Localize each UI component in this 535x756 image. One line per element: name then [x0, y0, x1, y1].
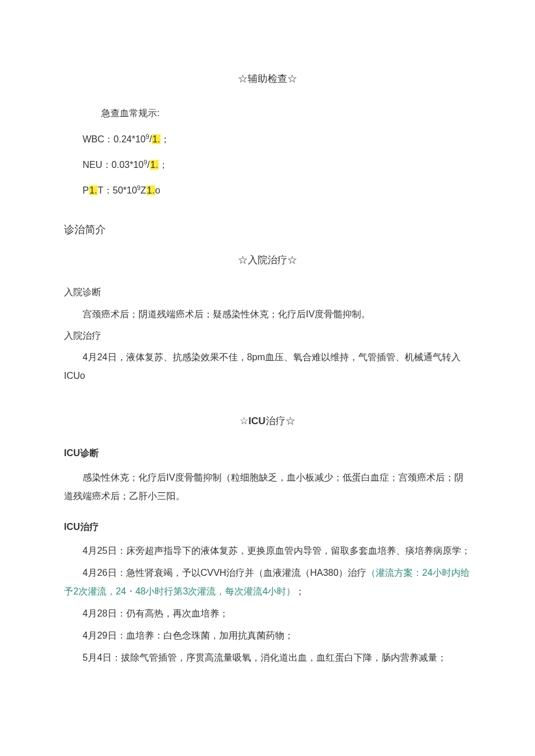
lab-wbc: WBC：0.24*109/1.； [83, 128, 471, 151]
diag-brief-heading: 诊治简介 [64, 220, 471, 239]
lab-neu-hl: 1. [150, 160, 159, 170]
admission-diag-heading: 入院诊断 [64, 284, 471, 301]
lab-wbc-tail: ； [160, 134, 170, 144]
icu-day-5: 5月4日：拔除气管插管，序贯高流量吸氧，消化道出血，血红蛋白下降，肠内营养减量； [64, 648, 471, 667]
icu-day-2: 4月26日：急性肾衰竭，予以CVVH治疗并（血液灌流（HA380）治疗（灌流方案… [64, 564, 471, 601]
aux-exam-title: ☆辅助检查☆ [64, 70, 471, 88]
lab-plt-tail: o [155, 185, 160, 195]
lab-plt-z: Z [141, 185, 147, 195]
lab-wbc-hl: 1. [152, 134, 160, 144]
icu-day-1: 4月25日：床旁超声指导下的液体复苏，更换原血管内导管，留取多套血培养、痰培养病… [64, 542, 471, 560]
icu-title-bold: ICU [248, 415, 265, 427]
lab-neu-label: NEU：0.03*10 [83, 160, 144, 170]
lab-plt-mid: T：50*10 [98, 185, 137, 195]
lab-plt-hl1: 1. [89, 185, 98, 195]
lab-neu: NEU：0.03*109/1.； [83, 154, 471, 176]
icu-title-post: 治疗☆ [266, 415, 295, 427]
aux-exam-intro: 急查血常规示: [83, 102, 471, 124]
icu-day-4: 4月29日：血培养：白色念珠菌，加用抗真菌药物； [64, 626, 471, 645]
lab-plt-pre: P [83, 185, 89, 195]
icu-day-3: 4月28日：仍有高热，再次血培养； [64, 604, 471, 623]
admission-treat-text: 4月24日，液体复苏、抗感染效果不佳，8pm血压、氧合难以维持，气管插管、机械通… [64, 348, 471, 385]
lab-neu-tail: ； [159, 160, 168, 170]
icu-diag-heading: ICU诊断 [64, 445, 471, 462]
admission-diag-text: 宫颈癌术后；阴道残端癌术后；疑感染性休克；化疗后IV度骨髓抑制。 [64, 305, 471, 324]
icu-diag-text: 感染性休克；化疗后IV度骨髓抑制（粒细胞缺乏，血小板减少；低蛋白血症；宫颈癌术后… [64, 468, 471, 506]
icu-day-2-pre: 4月26日：急性肾衰竭，予以CVVH治疗并（血液灌流（HA380）治疗 [83, 568, 366, 578]
icu-title-pre: ☆ [240, 415, 248, 427]
lab-neu-slash: / [147, 160, 149, 170]
lab-plt: P1.T：50*109Z1.o [83, 180, 471, 202]
lab-plt-hl2: 1. [147, 185, 155, 195]
icu-treat-heading: ICU治疗 [64, 518, 471, 536]
icu-day-2-post: ； [295, 586, 305, 596]
admission-title: ☆入院治疗☆ [64, 251, 471, 270]
lab-wbc-label: WBC：0.24*10 [83, 134, 146, 144]
icu-title: ☆ICU治疗☆ [64, 412, 471, 431]
admission-treat-heading: 入院治疗 [64, 327, 471, 345]
